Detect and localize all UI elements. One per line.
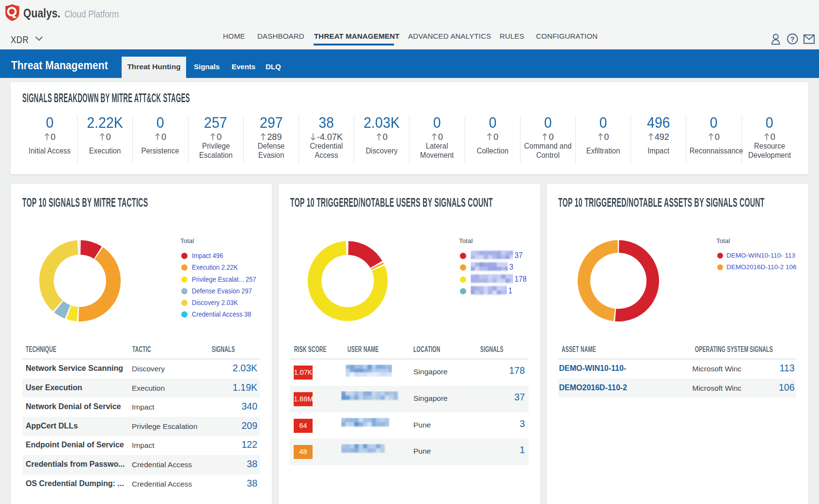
svg-text:?: ?: [790, 35, 795, 43]
